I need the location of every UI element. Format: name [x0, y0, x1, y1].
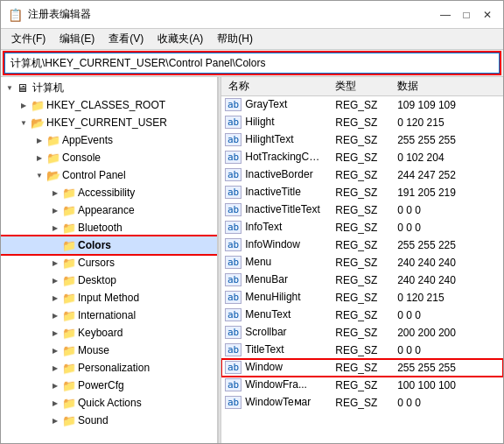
reg-data-cell: 0 102 204 [390, 149, 503, 166]
table-row[interactable]: abInactiveTitleText REG_SZ 0 0 0 [221, 201, 503, 219]
expand-appearance[interactable] [48, 207, 62, 215]
reg-type-cell: REG_SZ [328, 184, 390, 201]
table-row[interactable]: abInactiveTitle REG_SZ 191 205 219 [221, 184, 503, 201]
tree-label-appearance: Appearance [78, 204, 217, 216]
tree-item-powercfg[interactable]: PowerCfg [1, 377, 217, 394]
expand-cursors[interactable] [48, 259, 62, 267]
reg-name-cell: abMenuBar [221, 271, 328, 289]
tree-item-control-panel[interactable]: Control Panel [1, 166, 217, 184]
reg-data-cell: 191 205 219 [390, 184, 503, 201]
expand-personalization[interactable] [48, 364, 62, 372]
table-row[interactable]: abHilightText REG_SZ 255 255 255 [221, 131, 503, 149]
tree-label-sound: Sound [78, 414, 217, 426]
expand-keyboard[interactable] [48, 329, 62, 337]
expand-classes-root[interactable] [17, 102, 31, 109]
table-row[interactable]: abTitleText REG_SZ 0 0 0 [221, 342, 503, 359]
tree-item-cursors[interactable]: Cursors [1, 254, 217, 271]
table-row[interactable]: abHotTrackingCo... REG_SZ 0 102 204 [221, 149, 503, 166]
table-row[interactable]: abInfoText REG_SZ 0 0 0 [221, 219, 503, 236]
tree-label-powercfg: PowerCfg [78, 379, 217, 391]
folder-icon-current-user [31, 116, 46, 130]
table-row[interactable]: abWindow REG_SZ 255 255 255 [221, 359, 503, 377]
tree-label-accessibility: Accessibility [78, 187, 217, 199]
table-row[interactable]: abMenuBar REG_SZ 240 240 240 [221, 271, 503, 289]
folder-icon-classes-root [31, 99, 46, 112]
tree-item-appearance[interactable]: Appearance [1, 201, 217, 219]
menu-help[interactable]: 帮助(H) [210, 30, 260, 48]
reg-name-cell: abHilight [221, 114, 328, 131]
expand-quick-actions[interactable] [48, 399, 62, 407]
tree-label-console: Console [62, 152, 217, 164]
menu-file[interactable]: 文件(F) [4, 30, 52, 48]
reg-type-icon: ab [225, 256, 242, 269]
folder-icon-powercfg [62, 379, 78, 392]
expand-console[interactable] [32, 154, 46, 162]
reg-name-cell: abHilightText [221, 131, 328, 149]
table-row[interactable]: abMenuText REG_SZ 0 0 0 [221, 307, 503, 324]
reg-type-cell: REG_SZ [328, 201, 390, 219]
table-row[interactable]: abHilight REG_SZ 0 120 215 [221, 114, 503, 131]
reg-data-cell: 0 0 0 [390, 394, 503, 412]
table-row[interactable]: abInfoWindow REG_SZ 255 255 225 [221, 236, 503, 254]
expand-input-method[interactable] [48, 294, 62, 302]
expand-computer[interactable] [3, 84, 17, 92]
expand-mouse[interactable] [48, 347, 62, 355]
tree-item-bluetooth[interactable]: Bluetooth [1, 219, 217, 236]
tree-item-console[interactable]: Console [1, 149, 217, 166]
tree-item-appevents[interactable]: AppEvents [1, 131, 217, 149]
reg-data-cell: 0 120 215 [390, 114, 503, 131]
expand-international[interactable] [48, 312, 62, 320]
tree-item-personalization[interactable]: Personalization [1, 359, 217, 377]
menu-bar: 文件(F) 编辑(E) 查看(V) 收藏夹(A) 帮助(H) [1, 29, 503, 50]
tree-item-current-user[interactable]: HKEY_CURRENT_USER [1, 114, 217, 131]
maximize-button[interactable]: □ [458, 6, 475, 24]
reg-type-cell: REG_SZ [328, 236, 390, 254]
tree-panel[interactable]: 🖥 计算机 HKEY_CLASSES_ROOT HKEY_CURRENT_USE… [1, 77, 218, 443]
table-row[interactable]: abWindowTeᴍar REG_SZ 0 0 0 [221, 394, 503, 412]
menu-favorites[interactable]: 收藏夹(A) [150, 30, 210, 48]
expand-accessibility[interactable] [48, 189, 62, 197]
folder-icon-cursors [62, 257, 78, 270]
reg-data-cell: 200 200 200 [390, 324, 503, 342]
address-bar[interactable]: 计算机\HKEY_CURRENT_USER\Control Panel\Colo… [4, 53, 500, 74]
reg-type-icon: ab [225, 151, 242, 164]
reg-name-cell: abInfoText [221, 219, 328, 236]
tree-item-keyboard[interactable]: Keyboard [1, 324, 217, 342]
reg-type-icon: ab [225, 238, 242, 251]
expand-powercfg[interactable] [48, 382, 62, 390]
minimize-button[interactable]: — [437, 6, 454, 24]
table-row[interactable]: abGrayText REG_SZ 109 109 109 [221, 96, 503, 114]
reg-name-cell: abInactiveTitleText [221, 201, 328, 219]
reg-name-cell: abHotTrackingCo... [221, 149, 328, 166]
expand-sound[interactable] [48, 417, 62, 425]
tree-label-quick-actions: Quick Actions [78, 397, 217, 409]
expand-appevents[interactable] [32, 137, 46, 144]
tree-item-desktop[interactable]: Desktop [1, 271, 217, 289]
table-row[interactable]: abMenu REG_SZ 240 240 240 [221, 254, 503, 271]
tree-item-international[interactable]: International [1, 307, 217, 324]
menu-view[interactable]: 查看(V) [102, 30, 150, 48]
tree-item-input-method[interactable]: Input Method [1, 289, 217, 307]
main-content: 🖥 计算机 HKEY_CLASSES_ROOT HKEY_CURRENT_USE… [1, 76, 503, 443]
folder-icon-international [62, 309, 78, 322]
close-button[interactable]: ✕ [479, 6, 496, 24]
menu-edit[interactable]: 编辑(E) [52, 30, 102, 48]
tree-item-mouse[interactable]: Mouse [1, 342, 217, 359]
tree-item-quick-actions[interactable]: Quick Actions [1, 394, 217, 412]
expand-desktop[interactable] [48, 277, 62, 285]
tree-item-colors[interactable]: 📁 Colors [1, 236, 217, 254]
tree-item-classes-root[interactable]: HKEY_CLASSES_ROOT [1, 96, 217, 114]
tree-item-accessibility[interactable]: Accessibility [1, 184, 217, 201]
table-row[interactable]: abScrollbar REG_SZ 200 200 200 [221, 324, 503, 342]
registry-panel[interactable]: 名称 类型 数据 abGrayText REG_SZ 109 109 109 a… [221, 77, 503, 443]
table-row[interactable]: abMenuHilight REG_SZ 0 120 215 [221, 289, 503, 307]
reg-type-icon: ab [225, 98, 242, 111]
tree-item-computer[interactable]: 🖥 计算机 [1, 79, 217, 96]
table-row[interactable]: abWindowFra... REG_SZ 100 100 100 [221, 377, 503, 394]
table-row[interactable]: abInactiveBorder REG_SZ 244 247 252 [221, 166, 503, 184]
expand-bluetooth[interactable] [48, 224, 62, 232]
tree-item-sound[interactable]: Sound [1, 412, 217, 429]
expand-current-user[interactable] [17, 119, 31, 127]
reg-data-cell: 255 255 255 [390, 131, 503, 149]
expand-control-panel[interactable] [32, 172, 46, 180]
